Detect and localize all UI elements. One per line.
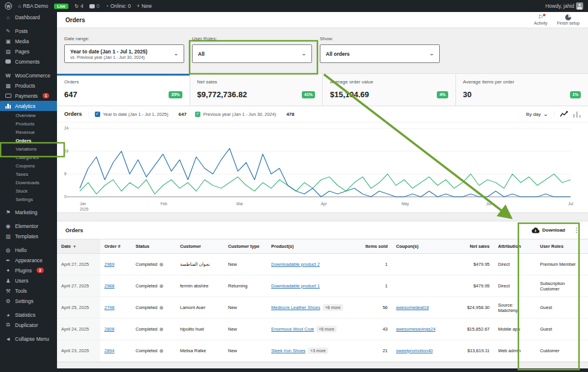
sidebar-item-products[interactable]: ▦Products — [0, 80, 57, 91]
bottom-edge-strip — [0, 368, 588, 372]
more-products-pill[interactable]: +6 more — [316, 326, 337, 332]
cell-date: April 27, 2025 — [57, 254, 100, 275]
column-header-customer[interactable]: Customer — [176, 239, 224, 253]
download-button[interactable]: Download — [532, 227, 565, 233]
sidebar-item-elementor[interactable]: ◉Elementor — [0, 221, 57, 231]
column-header-attribution[interactable]: Attribution — [494, 239, 536, 253]
sidebar-subitem-taxes[interactable]: Taxes — [0, 170, 57, 178]
status-text: Completed — [136, 262, 157, 267]
sidebar-item-analytics[interactable]: Analytics — [0, 101, 57, 111]
order-link[interactable]: 2969 — [104, 262, 115, 267]
sidebar-item-woocommerce[interactable]: WWooCommerce — [0, 70, 57, 80]
column-header-products[interactable]: Product(s) — [267, 239, 358, 253]
order-link[interactable]: 2798 — [104, 305, 115, 310]
product-link[interactable]: Sleek Iron Shoes — [271, 348, 305, 353]
sidebar-item-marketing[interactable]: ⚑Marketing — [0, 207, 57, 217]
sidebar-item-posts[interactable]: ✎Posts — [0, 26, 57, 36]
finish-setup-button[interactable]: Finish setup — [557, 14, 580, 25]
coupon-link[interactable]: sweetpromotion40 — [396, 348, 433, 353]
stat-card-orders[interactable]: Orders64735% — [57, 74, 190, 106]
column-header-items_sold[interactable]: Items sold — [358, 239, 392, 253]
column-header-date[interactable]: Date▼ — [57, 239, 100, 253]
cell-products: Sleek Iron Shoes+3 more — [267, 340, 358, 361]
sidebar-subitem-variations[interactable]: Variations — [0, 145, 57, 153]
more-products-pill[interactable]: +3 more — [308, 347, 328, 354]
sidebar-item-statistics[interactable]: ◕Statistics — [0, 310, 57, 320]
column-header-order[interactable]: Order # — [100, 239, 131, 253]
order-link[interactable]: 2808 — [104, 326, 115, 332]
updates-button[interactable]: ↻ 4 — [74, 3, 83, 9]
sidebar-item-plugins[interactable]: ✦Plugins3 — [0, 265, 57, 275]
new-content-button[interactable]: + New — [137, 3, 152, 9]
product-link[interactable]: Downloadable product 2 — [271, 262, 320, 267]
coupon-link[interactable]: awesomedeal18 — [396, 305, 429, 310]
sidebar-item-settings[interactable]: ⚙Settings — [0, 296, 57, 306]
sidebar-item-tools[interactable]: ⚒Tools — [0, 286, 57, 296]
account-menu[interactable]: Howdy, jahid — [545, 2, 583, 10]
user-roles-select[interactable]: All ⌄ — [192, 44, 312, 63]
legend-item-current-period[interactable]: ✓Year to date (Jan 1 - Jul 1, 2025)647 — [95, 112, 195, 117]
sidebar-item-media[interactable]: ▣Media — [0, 36, 57, 46]
comments-button[interactable]: 0 — [89, 3, 100, 9]
table-header-row: Date▼Order #StatusCustomerCustomer typeP… — [57, 239, 588, 254]
stat-card-net-sales[interactable]: Net sales$9,772,736.8241% — [190, 74, 323, 106]
date-range-select[interactable]: Year to date (Jan 1 - Jul 1, 2025) vs. P… — [64, 44, 184, 63]
sidebar-subitem-stock[interactable]: Stock — [0, 187, 57, 195]
column-header-net_sales[interactable]: Net sales — [447, 239, 494, 253]
cell-user-roles: Guest — [536, 319, 588, 340]
line-chart-icon[interactable] — [560, 111, 568, 118]
sidebar-item-label: Tools — [15, 288, 27, 294]
cell-products: Downloadable product 2 — [267, 254, 358, 275]
sidebar-subitem-settings[interactable]: Settings — [0, 195, 57, 203]
product-link[interactable]: Enormous Wool Coat — [271, 326, 314, 332]
comments-icon-shape — [5, 59, 11, 64]
sidebar-item-comments[interactable]: Comments — [0, 56, 57, 67]
cell-customer-type: New — [224, 297, 267, 318]
bar-chart-icon[interactable] — [573, 111, 581, 118]
site-link[interactable]: ⌂ RBA Demo — [18, 3, 48, 9]
activity-button[interactable]: ⚐ Activity — [534, 14, 547, 25]
table-menu-button[interactable]: ⋮ — [574, 227, 580, 233]
show-select[interactable]: All orders ⌄ — [320, 44, 440, 63]
sidebar-subitem-coupons[interactable]: Coupons — [0, 161, 57, 170]
chart-area: 241680Jan2025FebMarAprMayJunJul — [57, 122, 588, 212]
sidebar-item-dashboard[interactable]: ⌂Dashboard — [0, 12, 57, 22]
stat-card-average-order-value[interactable]: Average order value$15,104.694% — [323, 74, 456, 106]
legend-checkbox[interactable]: ✓ — [195, 112, 200, 117]
sidebar-item-pages[interactable]: ▤Pages — [0, 46, 57, 56]
status-text: Completed — [136, 348, 157, 353]
column-header-status[interactable]: Status — [131, 239, 176, 253]
sidebar-item-templates[interactable]: ▥Templates — [0, 231, 57, 241]
legend-item-previous-period[interactable]: ✓Previous year (Jan 1 - Jun 30, 2024)478 — [195, 112, 303, 117]
sidebar-item-payments[interactable]: Payments1 — [0, 91, 57, 101]
sidebar-item-duplicator[interactable]: ⧉Duplicator — [0, 320, 57, 330]
product-link[interactable]: Mediocre Leather Shoes — [271, 305, 320, 310]
sidebar-subitem-products[interactable]: Products — [0, 119, 57, 128]
table-row: April 25, 20252798CompletedLamont AuerNe… — [57, 297, 588, 319]
sidebar-subitem-overview[interactable]: Overview — [0, 111, 57, 119]
sidebar-item-hello[interactable]: ◍Hello — [0, 245, 57, 255]
coupon-link[interactable]: awesomesavings24 — [396, 326, 436, 332]
column-header-coupons[interactable]: Coupon(s) — [392, 239, 447, 253]
column-header-user_roles[interactable]: User Roles — [536, 239, 588, 253]
order-link[interactable]: 2894 — [104, 348, 115, 353]
wp-logo-menu[interactable]: W — [5, 2, 12, 10]
sidebar-item-label: Hello — [15, 247, 26, 253]
more-products-pill[interactable]: +8 more — [323, 304, 343, 311]
interval-select[interactable]: By day ⌄ — [526, 112, 554, 117]
column-header-customer_type[interactable]: Customer type — [224, 239, 267, 253]
sidebar-item-appearance[interactable]: ✒Appearance — [0, 255, 57, 265]
orders-line-chart[interactable]: 241680Jan2025FebMarAprMayJunJul — [62, 124, 578, 212]
order-link[interactable]: 2968 — [104, 283, 115, 289]
legend-checkbox[interactable]: ✓ — [95, 112, 100, 117]
sidebar-subitem-downloads[interactable]: Downloads — [0, 178, 57, 187]
sidebar-item-collapse-menu[interactable]: ◄Collapse Menu — [0, 334, 57, 344]
sidebar-subitem-orders[interactable]: Orders — [0, 136, 57, 145]
sidebar-subitem-categories[interactable]: Categories — [0, 153, 57, 161]
online-users-button[interactable]: ◔ Online: 0 — [106, 3, 131, 9]
sidebar-subitem-revenue[interactable]: Revenue — [0, 128, 57, 136]
sidebar-item-users[interactable]: ♟Users — [0, 275, 57, 286]
hello-icon: ◍ — [5, 247, 11, 253]
product-link[interactable]: Downloadable product 1 — [271, 283, 320, 289]
stat-card-average-items-per-order[interactable]: Average items per order301% — [456, 74, 588, 106]
